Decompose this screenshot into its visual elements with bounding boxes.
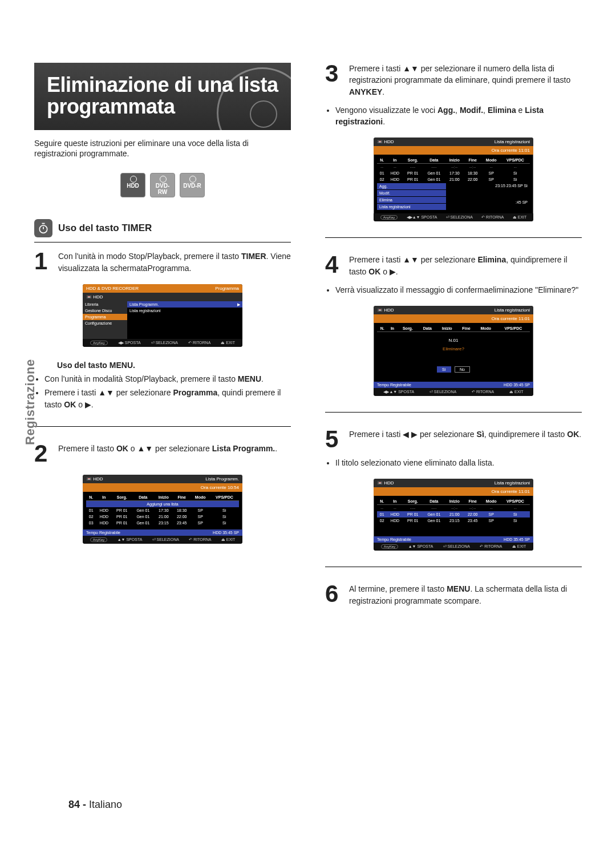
step-number: 3 xyxy=(325,63,342,98)
step-text: Al termine, premere il tasto MENU. La sc… xyxy=(349,583,582,607)
left-column: Eliminazione di una lista programmata Se… xyxy=(34,63,291,613)
page-title-block: Eliminazione di una lista programmata xyxy=(34,63,291,130)
step-2: 2 Premere il tasto OK o ▲▼ per seleziona… xyxy=(34,443,291,464)
media-badges: HDD DVD-RW DVD-R xyxy=(34,173,291,197)
two-column-layout: Eliminazione di una lista programmata Se… xyxy=(34,63,582,613)
menu-bullets: Con l'unità in modalità Stop/Playback, p… xyxy=(34,373,291,410)
section-tab: Registrazione xyxy=(23,359,38,445)
step-number: 1 xyxy=(34,250,51,274)
right-column: 3 Premere i tasti ▲▼ per selezionare il … xyxy=(325,63,582,613)
rule xyxy=(325,567,582,567)
osd-programma-menu: HDD & DVD RECORDERProgramma 📼 HDD Librer… xyxy=(83,284,242,347)
section-title: Uso del tasto TIMER xyxy=(58,223,152,234)
step-number: 4 xyxy=(325,254,342,277)
step-text: Premere i tasti ▲▼ per selezionare il nu… xyxy=(349,63,582,98)
badge-hdd: HDD xyxy=(120,173,145,197)
step-number: 6 xyxy=(325,583,342,607)
step-3-bullets: Vengono visualizzate le voci Agg., Modif… xyxy=(325,104,582,128)
step-5-bullets: Il titolo selezionato viene eliminato da… xyxy=(325,457,582,468)
intro-text: Seguire queste istruzioni per eliminare … xyxy=(34,138,291,160)
osd-confirm-delete: 📼 HDD Lista registrazioni Ora corrente 1… xyxy=(374,306,533,396)
section-heading: Uso del tasto TIMER xyxy=(34,219,291,237)
osd-context-menu: 📼 HDD Lista registrazioni Ora corrente 1… xyxy=(374,138,533,221)
step-number: 2 xyxy=(34,443,51,464)
badge-dvd-r: DVD-R xyxy=(180,173,205,197)
badge-dvd-rw: DVD-RW xyxy=(150,173,175,197)
osd-after-delete: 📼 HDD Lista registrazioni Ora corrente 1… xyxy=(374,479,533,551)
step-text: Premere il tasto OK o ▲▼ per selezionare… xyxy=(58,443,277,464)
rule xyxy=(325,237,582,238)
rule xyxy=(34,242,291,242)
step-4-bullets: Verrà visualizzato il messaggio di confe… xyxy=(325,284,582,296)
osd-lista-programm: 📼 HDD Lista Programm. Ora corrente 10:54… xyxy=(83,475,242,544)
step-4: 4 Premere i tasti ▲▼ per selezionare Eli… xyxy=(325,254,582,277)
step-3: 3 Premere i tasti ▲▼ per selezionare il … xyxy=(325,63,582,98)
svg-point-0 xyxy=(39,225,47,233)
rule xyxy=(34,426,291,427)
timer-icon xyxy=(34,219,52,237)
step-number: 5 xyxy=(325,428,342,450)
page-number: 84 - Italiano xyxy=(68,799,122,811)
manual-page: Registrazione Eliminazione di una lista … xyxy=(0,0,616,845)
step-text: Con l'unità in modo Stop/Playback, preme… xyxy=(58,250,291,274)
menu-subheading: Uso del tasto MENU. xyxy=(57,361,291,370)
step-6: 6 Al termine, premere il tasto MENU. La … xyxy=(325,583,582,607)
rule xyxy=(325,412,582,413)
step-text: Premere i tasti ◀ ▶ per selezionare Sì, … xyxy=(349,428,581,450)
step-1: 1 Con l'unità in modo Stop/Playback, pre… xyxy=(34,250,291,274)
step-5: 5 Premere i tasti ◀ ▶ per selezionare Sì… xyxy=(325,428,582,450)
step-text: Premere i tasti ▲▼ per selezionare Elimi… xyxy=(349,254,582,277)
